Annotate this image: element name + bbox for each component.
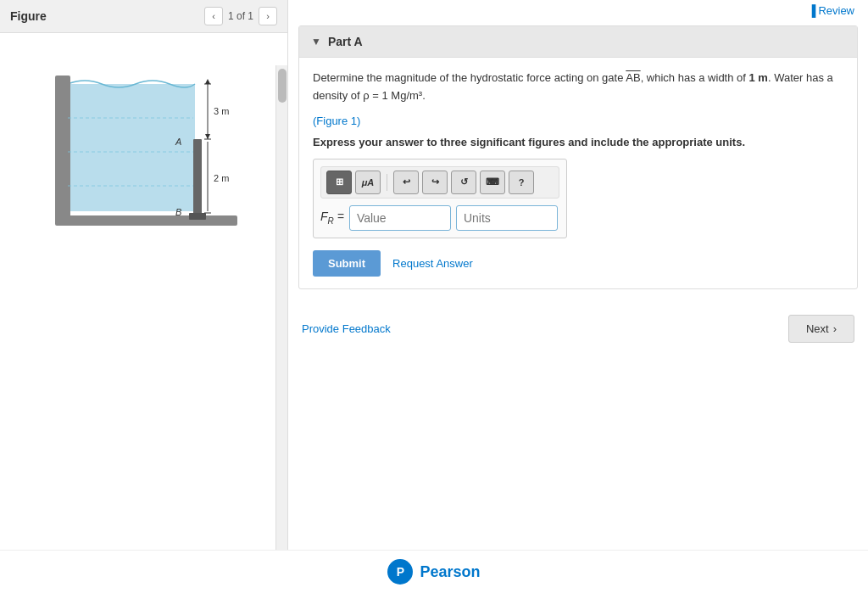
svg-rect-2: [55, 215, 237, 226]
figure-svg: 3 m 2 m A B: [0, 33, 287, 254]
units-input[interactable]: [456, 205, 558, 231]
figure-title: Figure: [10, 9, 47, 23]
footer: P Pearson: [0, 550, 868, 593]
pearson-name: Pearson: [420, 563, 480, 581]
problem-text-2: , which has a width of: [641, 71, 749, 84]
greek-label: μA: [362, 177, 375, 187]
figure-content: 3 m 2 m A B: [0, 33, 287, 593]
figure-prev-button[interactable]: ‹: [204, 7, 223, 25]
svg-text:2 m: 2 m: [214, 173, 229, 183]
svg-rect-0: [68, 84, 195, 211]
value-input[interactable]: [349, 205, 451, 231]
collapse-arrow-icon[interactable]: ▼: [311, 36, 321, 48]
part-title: Part A: [328, 35, 363, 48]
redo-icon: ↪: [431, 176, 439, 187]
input-row: FR =: [320, 205, 559, 231]
figure-nav: ‹ 1 of 1 ›: [204, 7, 277, 25]
help-icon: ?: [519, 177, 525, 187]
review-link[interactable]: ▐ Review: [808, 4, 854, 17]
request-answer-link[interactable]: Request Answer: [392, 257, 473, 270]
svg-text:B: B: [175, 207, 181, 217]
figure-illustration: 3 m 2 m A B: [42, 50, 246, 237]
help-button[interactable]: ?: [509, 171, 534, 194]
figure-counter: 1 of 1: [228, 10, 253, 22]
express-text: Express your answer to three significant…: [313, 136, 843, 148]
svg-text:3 m: 3 m: [214, 106, 229, 116]
bottom-row: Provide Feedback Next ›: [288, 303, 868, 355]
density-value: ρ = 1 Mg/m³: [363, 89, 422, 102]
answer-box: ⊞ μA ↩ ↪ ↺: [313, 159, 567, 238]
svg-rect-1: [55, 76, 70, 220]
next-button[interactable]: Next ›: [788, 315, 854, 343]
problem-text-line2: (Figure 1): [313, 114, 843, 127]
next-arrow-icon: ›: [833, 322, 837, 335]
gate-label: AB: [626, 71, 640, 84]
part-body: Determine the magnitude of the hydrostat…: [299, 58, 857, 288]
answer-toolbar: ⊞ μA ↩ ↪ ↺: [320, 166, 559, 199]
svg-text:A: A: [175, 137, 181, 147]
problem-text-1: Determine the magnitude of the hydrostat…: [313, 71, 626, 84]
matrix-icon: ⊞: [336, 176, 343, 187]
part-section: ▼ Part A Determine the magnitude of the …: [298, 25, 858, 289]
undo-button[interactable]: ↩: [393, 171, 419, 194]
figure-header: Figure ‹ 1 of 1 ›: [0, 0, 287, 33]
keyboard-icon: ⌨: [486, 176, 499, 187]
equation-label: FR =: [320, 210, 344, 226]
problem-text: Determine the magnitude of the hydrostat…: [313, 70, 843, 105]
refresh-button[interactable]: ↺: [451, 171, 476, 194]
next-label: Next: [806, 322, 829, 335]
figure-scrollbar[interactable]: [275, 65, 287, 593]
part-header: ▼ Part A: [299, 26, 857, 58]
figure-link[interactable]: (Figure 1): [313, 115, 360, 127]
review-icon: ▐: [808, 4, 815, 17]
width-value: 1 m: [749, 71, 768, 84]
review-link-label: Review: [818, 4, 854, 17]
buttons-row: Submit Request Answer: [313, 250, 843, 277]
toolbar-divider-1: [387, 174, 387, 191]
svg-rect-4: [189, 213, 206, 220]
matrix-button[interactable]: ⊞: [326, 171, 352, 194]
right-panel: ▐ Review ▼ Part A Determine the magnitud…: [288, 0, 868, 593]
provide-feedback-link[interactable]: Provide Feedback: [302, 322, 391, 335]
greek-button[interactable]: μA: [355, 171, 381, 194]
undo-icon: ↩: [403, 176, 410, 187]
pearson-logo: P Pearson: [387, 559, 480, 585]
pearson-icon: P: [387, 559, 413, 585]
submit-button[interactable]: Submit: [313, 250, 381, 277]
svg-rect-3: [193, 139, 202, 215]
figure-panel: Figure ‹ 1 of 1 ›: [0, 0, 288, 593]
redo-button[interactable]: ↪: [422, 171, 448, 194]
keyboard-button[interactable]: ⌨: [480, 171, 505, 194]
refresh-icon: ↺: [460, 176, 468, 187]
review-link-container: ▐ Review: [288, 0, 868, 19]
figure-scroll-thumb: [278, 69, 287, 103]
pearson-initial: P: [397, 565, 404, 579]
figure-next-button[interactable]: ›: [259, 7, 277, 25]
